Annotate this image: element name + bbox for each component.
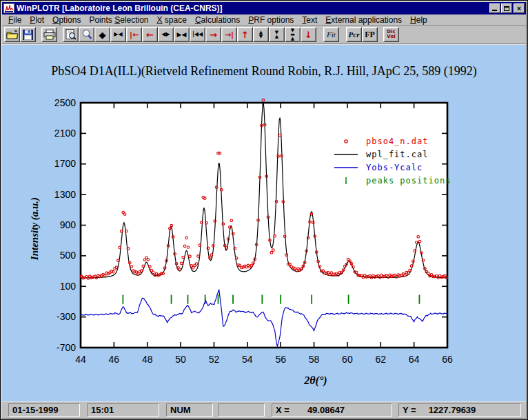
menu-item-points-selection[interactable]: Points Selection (85, 14, 152, 26)
y-tick-label: 1300 (54, 189, 76, 200)
x-rewind-button[interactable]: |◀◀ (190, 27, 205, 42)
y-tick-label: 2100 (54, 128, 76, 139)
x-tick-label: 54 (242, 354, 253, 365)
y-tick-label: 900 (60, 219, 77, 230)
scroll-right-button[interactable]: → (205, 27, 221, 42)
menu-item-plot[interactable]: Plot (26, 14, 48, 26)
legend-label: wpl_fit.cal (366, 150, 428, 159)
status-date: 01-15-1999 (8, 403, 80, 417)
scroll-up-button[interactable]: ↑ (237, 27, 253, 42)
scroll-right-icon: → (210, 30, 217, 39)
status-time: 15:01 (87, 403, 159, 417)
x-tick-label: 58 (309, 354, 320, 365)
x-tick-label: 62 (375, 354, 386, 365)
scroll-right-end-icon: →| (225, 31, 234, 39)
scroll-right-end-button[interactable]: →| (221, 27, 237, 42)
x-expand-button[interactable]: ◀▶ (158, 27, 174, 42)
x-tick-label: 60 (342, 354, 353, 365)
scroll-left-end-button[interactable]: |← (126, 27, 142, 42)
scroll-left-button[interactable]: ← (142, 27, 158, 42)
floppy-icon (23, 30, 33, 40)
x-bowtie-button[interactable]: ▶◀ (110, 27, 126, 42)
y-tick-label: 2500 (54, 97, 76, 108)
x-axis-label: 2θ(°) (288, 374, 343, 387)
status-bar: 01-15-1999 15:01 NUM X =49.08647 Y =1227… (2, 401, 526, 418)
y-axis-label: Intensity (a.u.) (29, 167, 41, 291)
peak-tick-icon (333, 177, 359, 185)
observed-point (262, 99, 265, 101)
status-x-readout: X =49.08647 (272, 403, 392, 417)
y-expand-icon: ▲▼ (259, 30, 263, 39)
scroll-down-button[interactable]: ↓ (301, 27, 316, 42)
winplotr-window: WinPLOTR [Laboratoire Leon Brillouin (CE… (0, 0, 528, 420)
menu-item-text[interactable]: Text (298, 14, 321, 26)
magnifier-icon (81, 29, 92, 40)
scroll-left-end-icon: |← (130, 31, 139, 39)
legend-row-difference: Yobs-Ycalc (333, 161, 451, 174)
x-expand-icon: ◀▶ (161, 32, 170, 37)
fp-button[interactable]: FP (362, 27, 378, 42)
window-title: WinPLOTR [Laboratoire Leon Brillouin (CE… (17, 3, 489, 13)
menu-item-external-applications[interactable]: External applications (321, 14, 406, 26)
zoom-button[interactable] (79, 27, 94, 42)
x-tick-label: 44 (75, 354, 86, 365)
y-tick-label: -300 (57, 311, 76, 322)
menu-item-file[interactable]: File (4, 14, 26, 26)
chart-svg[interactable]: 4446485052545658606264662500210017001300… (2, 45, 526, 401)
x-tick-label: 48 (142, 354, 153, 365)
pcr-button[interactable]: Pcr (346, 27, 362, 42)
menu-item-x-space[interactable]: X space (153, 14, 191, 26)
title-bar: WinPLOTR [Laboratoire Leon Brillouin (CE… (2, 2, 526, 14)
client-area: 4446485052545658606264662500210017001300… (2, 44, 526, 401)
status-numlock: NUM (166, 403, 213, 417)
y-readout-value: 1227.79639 (429, 405, 476, 415)
x-tick-label: 50 (175, 354, 186, 365)
dicvol-icon: DicVol (387, 30, 395, 39)
menu-bar: FilePlotOptionsPoints SelectionX spaceCa… (2, 14, 526, 26)
menu-item-help[interactable]: Help (406, 14, 431, 26)
y-contract-button[interactable]: ▼▲ (269, 27, 285, 42)
open-button[interactable] (4, 27, 20, 42)
x-tick-label: 64 (409, 354, 420, 365)
x-tick-label: 56 (275, 354, 286, 365)
maximize-icon (504, 6, 509, 11)
fit-button[interactable]: Fit (323, 27, 339, 42)
print-button[interactable] (41, 27, 57, 42)
x-compress-button[interactable]: ◆ (94, 27, 110, 42)
close-button[interactable]: × (514, 3, 525, 13)
x-bowtie-icon: ▶◀ (114, 32, 122, 37)
x-tick-label: 52 (209, 354, 220, 365)
legend-label: peaks positions (366, 176, 451, 186)
legend-row-observed: pbso4_n.dat (333, 134, 451, 148)
printer-icon (43, 30, 56, 40)
y-fit-icon: ▼▬▲ (290, 28, 295, 41)
plot-title: PbSO4 D1A(ILL)(Rietveld Refinement Round… (2, 64, 526, 79)
legend-row-calculated: wpl_fit.cal (333, 148, 451, 161)
scroll-up-icon: ↑ (241, 30, 249, 39)
x-contract-icon: ▶◀ (177, 32, 187, 38)
menu-item-calculations[interactable]: Calculations (191, 14, 244, 26)
maximize-button[interactable] (501, 3, 512, 13)
legend-label: Yobs-Ycalc (366, 163, 423, 172)
calculated-line-icon (333, 150, 359, 159)
x-contract-button[interactable]: ▶◀ (174, 27, 190, 42)
status-blank (218, 403, 265, 417)
x-tick-label: 66 (442, 354, 453, 365)
x-rewind-icon: |◀◀ (192, 32, 203, 37)
scroll-left-icon: ← (146, 30, 154, 39)
x-compress-icon: ◆ (99, 30, 106, 39)
menu-item-prf-options[interactable]: PRF options (244, 14, 298, 26)
legend: pbso4_n.dat wpl_fit.cal Yobs-Ycalc peaks… (333, 134, 451, 187)
minimize-button[interactable] (489, 3, 500, 13)
dicvol-button[interactable]: DicVol (383, 27, 399, 42)
preview-button[interactable] (63, 27, 79, 42)
y-fit-button[interactable]: ▼▬▲ (285, 27, 301, 42)
y-expand-button[interactable]: ▲▼ (253, 27, 269, 42)
menu-item-options[interactable]: Options (48, 14, 85, 26)
save-button[interactable] (20, 27, 36, 42)
app-icon (3, 3, 14, 13)
x-tick-label: 46 (109, 354, 120, 365)
legend-label: pbso4_n.dat (366, 137, 428, 146)
scroll-down-icon: ↓ (305, 30, 312, 39)
toolbar: ◆▶◀|←←◀▶▶◀|◀◀→→|↑▲▼▼▲▼▬▲↓FitPcrFPDicVol (2, 26, 526, 44)
